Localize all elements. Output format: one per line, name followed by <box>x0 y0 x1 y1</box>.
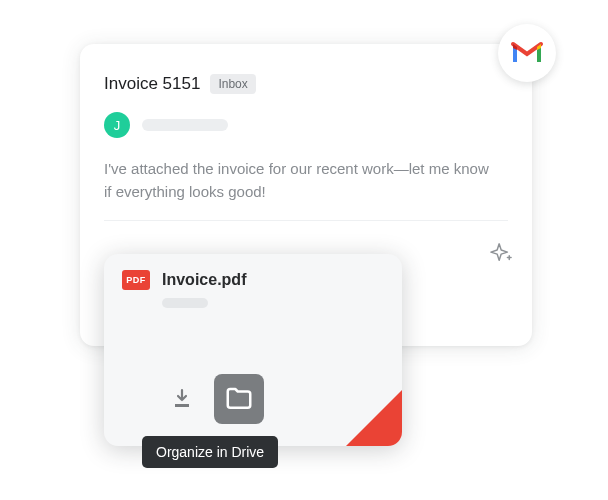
inbox-label-chip[interactable]: Inbox <box>210 74 255 94</box>
attachment-meta-placeholder <box>162 298 208 308</box>
sender-row: J <box>104 112 228 138</box>
organize-in-drive-button[interactable] <box>214 374 264 424</box>
stage: Invoice 5151 Inbox J I've attached the i… <box>0 0 608 500</box>
attachment-tile[interactable]: PDF Invoice.pdf <box>104 254 402 446</box>
email-subject: Invoice 5151 <box>104 74 200 94</box>
attachment-actions <box>162 374 264 424</box>
sender-name-placeholder <box>142 119 228 131</box>
folded-corner <box>346 390 402 446</box>
sender-avatar[interactable]: J <box>104 112 130 138</box>
gmail-logo-badge <box>498 24 556 82</box>
download-icon <box>170 387 194 411</box>
email-body: I've attached the invoice for our recent… <box>104 158 500 203</box>
divider <box>104 220 508 221</box>
folder-icon <box>224 384 254 414</box>
attachment-header: PDF Invoice.pdf <box>122 270 246 290</box>
tooltip-organize-in-drive: Organize in Drive <box>142 436 278 468</box>
attachment-filename: Invoice.pdf <box>162 271 246 289</box>
gmail-icon <box>510 40 544 66</box>
gemini-add-icon[interactable] <box>490 242 512 264</box>
download-button[interactable] <box>162 379 202 419</box>
subject-row: Invoice 5151 Inbox <box>104 74 256 94</box>
pdf-badge: PDF <box>122 270 150 290</box>
